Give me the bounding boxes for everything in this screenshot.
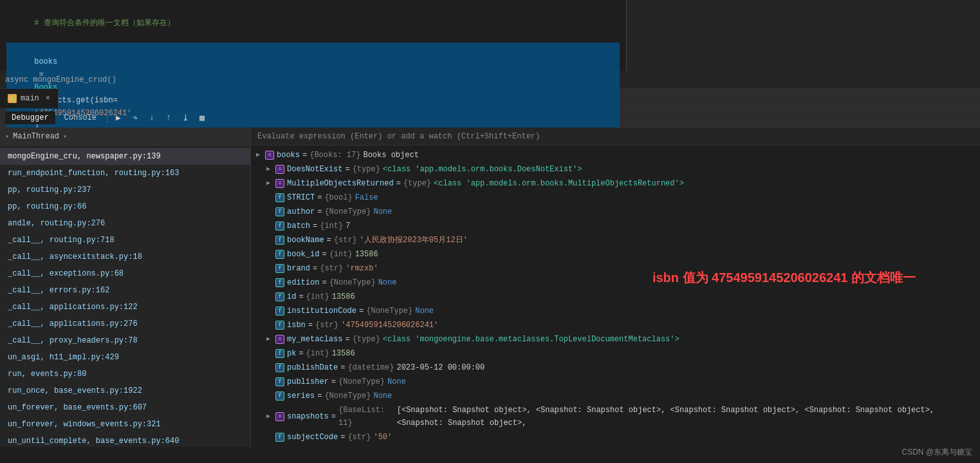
var-value-16: None xyxy=(387,375,406,388)
var-value-1: <class 'app.models.orm.books.DoesNotExis… xyxy=(383,163,582,176)
var-icon-5: f xyxy=(275,222,284,231)
var-row-0[interactable]: ▶≡books={Books: 17} Books object xyxy=(251,148,980,162)
toolbar-divider-1 xyxy=(107,113,107,123)
expand-icon-0[interactable]: ▶ xyxy=(256,149,265,162)
var-row-17[interactable]: fseries={NoneType} None xyxy=(251,389,980,403)
var-value-20: '政治' xyxy=(373,445,398,447)
var-row-10[interactable]: fid={int} 13586 xyxy=(251,290,980,304)
code-editor: # 查询符合条件的唯一文档（如果存在） books = Books .objec… xyxy=(0,0,626,71)
var-row-6[interactable]: fbookName={str} '人民政协报2023年05月12日' xyxy=(251,233,980,247)
var-row-14[interactable]: fpk={int} 13586 xyxy=(251,346,980,361)
var-row-9[interactable]: fedition={NoneType} None xyxy=(251,276,980,290)
debug-side-top xyxy=(626,0,980,71)
var-type-1: {type} xyxy=(353,163,380,176)
var-type-15: {datetime} xyxy=(347,361,394,374)
var-row-12[interactable]: fisbn={str} '4754959145206026241' xyxy=(251,318,980,332)
var-row-18[interactable]: ▶≡snapshots={BaseList: 11} [<Snapshot: S… xyxy=(251,403,980,430)
stack-frame-6[interactable]: _call__, asyncexitstack.py:18 xyxy=(0,249,250,265)
stack-frame-1[interactable]: run_endpoint_function, routing.py:163 xyxy=(0,165,250,182)
var-type-7: {int} xyxy=(329,248,353,261)
thread-dropdown-arrow[interactable]: ▾ xyxy=(63,133,67,140)
debugger-main: ▾ MainThread ▾ mongoEngine_cru, newspape… xyxy=(0,128,980,447)
var-row-16[interactable]: fpublisher={NoneType} None xyxy=(251,375,980,389)
var-value-11: None xyxy=(415,305,434,317)
step-into-btn[interactable]: ↓ xyxy=(145,111,159,125)
var-icon-11: f xyxy=(275,307,284,316)
var-value-13: <class 'mongoengine.base.metaclasses.Top… xyxy=(383,333,680,346)
expand-icon-2[interactable]: ▶ xyxy=(266,177,275,190)
stack-frame-11[interactable]: _call__, proxy_headers.py:78 xyxy=(0,332,250,349)
stack-frame-13[interactable]: run, events.py:80 xyxy=(0,366,250,383)
var-value-12: '4754959145206026241' xyxy=(341,319,438,332)
var-name-13: my_metaclass xyxy=(287,333,342,346)
stack-frame-4[interactable]: andle, routing.py:276 xyxy=(0,215,250,232)
console-tab[interactable]: Console xyxy=(58,111,103,124)
stack-frame-0[interactable]: mongoEngine_cru, newspaper.py:139 xyxy=(0,148,250,165)
expand-icon-13[interactable]: ▶ xyxy=(266,333,275,346)
var-row-20[interactable]: fsubjectName={str} '政治' xyxy=(251,444,980,447)
var-row-11[interactable]: finstitutionCode={NoneType} None xyxy=(251,304,980,318)
var-row-1[interactable]: ▶≡DoesNotExist={type} <class 'app.models… xyxy=(251,162,980,176)
stack-frame-15[interactable]: un_forever, base_events.py:607 xyxy=(0,399,250,416)
var-type-19: {str} xyxy=(347,431,371,444)
main-tab[interactable]: 🐍 main × xyxy=(0,89,59,108)
expand-icon-18[interactable]: ▶ xyxy=(266,410,275,423)
stack-frame-8[interactable]: _call__, errors.py:162 xyxy=(0,282,250,299)
stack-frame-list: mongoEngine_cru, newspaper.py:139run_end… xyxy=(0,146,250,447)
var-name-20: subjectName xyxy=(287,445,338,447)
debugger-tab[interactable]: Debugger xyxy=(5,111,55,124)
var-name-1: DoesNotExist xyxy=(287,163,342,176)
step-out-btn[interactable]: ↑ xyxy=(162,111,176,125)
resume-btn[interactable]: ▶ xyxy=(111,111,125,125)
var-row-5[interactable]: fbatch={int} 7 xyxy=(251,219,980,233)
var-value-2: <class 'app.models.orm.books.MultipleObj… xyxy=(434,177,684,190)
step-over-btn[interactable]: ↷ xyxy=(128,111,142,125)
var-row-7[interactable]: fbook_id={int} 13586 xyxy=(251,247,980,261)
var-name-15: publishDate xyxy=(287,361,338,374)
right-panel: Evaluate expression (Enter) or add a wat… xyxy=(251,128,980,447)
var-row-3[interactable]: fSTRICT={bool} False xyxy=(251,191,980,205)
var-row-8[interactable]: fbrand={str} 'rmzxb' xyxy=(251,261,980,276)
var-name-9: edition xyxy=(287,276,319,289)
expand-icon-1[interactable]: ▶ xyxy=(266,163,275,176)
var-icon-7: f xyxy=(275,250,284,259)
tab-label: main xyxy=(21,94,39,103)
var-type-16: {NoneType} xyxy=(338,375,385,388)
evaluate-btn[interactable]: ▦ xyxy=(195,111,209,125)
var-name-19: subjectCode xyxy=(287,431,338,444)
stack-frame-10[interactable]: _call__, applications.py:276 xyxy=(0,316,250,332)
stack-frame-17[interactable]: un_until_complete, base_events.py:640 xyxy=(0,433,250,447)
var-icon-0: ≡ xyxy=(265,151,274,160)
var-icon-17: f xyxy=(275,392,284,401)
var-icon-2: ≡ xyxy=(275,179,284,188)
var-value-6: '人民政协报2023年05月12日' xyxy=(360,234,468,247)
thread-header: ▾ MainThread ▾ xyxy=(0,128,250,146)
tab-close[interactable]: × xyxy=(46,94,50,103)
var-name-17: series xyxy=(287,390,315,402)
stack-frame-5[interactable]: _call__, routing.py:718 xyxy=(0,232,250,249)
stack-frame-3[interactable]: pp, routing.py:66 xyxy=(0,198,250,215)
var-row-2[interactable]: ▶≡MultipleObjectsReturned={type} <class … xyxy=(251,176,980,191)
var-value-8: 'rmzxb' xyxy=(346,262,378,275)
var-name-4: author xyxy=(287,205,315,218)
var-row-15[interactable]: fpublishDate={datetime} 2023-05-12 00:00… xyxy=(251,361,980,375)
var-type-5: {int} xyxy=(320,220,343,232)
eval-hint: Evaluate expression (Enter) or add a wat… xyxy=(257,132,540,141)
var-row-4[interactable]: fauthor={NoneType} None xyxy=(251,205,980,219)
var-icon-13: ≡ xyxy=(275,335,284,344)
var-row-13[interactable]: ▶≡my_metaclass={type} <class 'mongoengin… xyxy=(251,332,980,346)
stack-frame-16[interactable]: un_forever, windows_events.py:321 xyxy=(0,416,250,433)
var-type-11: {NoneType} xyxy=(366,305,412,317)
var-value-7: 13586 xyxy=(355,248,378,261)
var-value-4: None xyxy=(373,205,392,218)
stack-frame-9[interactable]: _call__, applications.py:122 xyxy=(0,299,250,316)
stack-frame-12[interactable]: un_asgi, h11_impl.py:429 xyxy=(0,349,250,366)
var-icon-15: f xyxy=(275,363,284,372)
var-name-18: snapshots xyxy=(287,410,329,423)
run-to-cursor-btn[interactable]: ⤓ xyxy=(178,111,192,125)
var-value-15: 2023-05-12 00:00:00 xyxy=(396,361,485,374)
stack-frame-2[interactable]: pp, routing.py:237 xyxy=(0,182,250,198)
stack-frame-7[interactable]: _call__, exceptions.py:68 xyxy=(0,265,250,282)
stack-frame-14[interactable]: run_once, base_events.py:1922 xyxy=(0,383,250,399)
var-row-19[interactable]: fsubjectCode={str} '50' xyxy=(251,430,980,444)
